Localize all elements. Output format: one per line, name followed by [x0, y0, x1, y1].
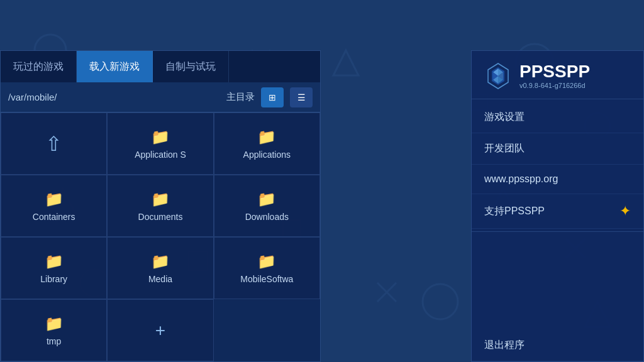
- menu-divider-bottom: [472, 231, 643, 232]
- tab-load[interactable]: 载入新游戏: [77, 51, 153, 82]
- up-arrow-icon: ⇧: [45, 132, 62, 156]
- tabs-bar: 玩过的游戏 载入新游戏 自制与试玩: [1, 51, 320, 82]
- folder-icon: 📁: [45, 253, 64, 270]
- folder-icon: 📁: [151, 190, 170, 208]
- menu-item-dev-team[interactable]: 开发团队: [472, 133, 643, 165]
- tab-recent[interactable]: 玩过的游戏: [1, 51, 77, 82]
- star-icon: ✦: [619, 203, 631, 219]
- folder-downloads[interactable]: 📁 Downloads: [214, 175, 320, 237]
- folder-label: Downloads: [245, 212, 289, 222]
- folder-mobile-software[interactable]: 📁 MobileSoftwa: [214, 237, 320, 299]
- ppsspp-header: PPSSPP v0.9.8-641-g716266d: [472, 51, 643, 96]
- folder-application-support[interactable]: 📁 Application S: [107, 112, 213, 175]
- folder-label: Documents: [138, 212, 183, 222]
- folder-containers[interactable]: 📁 Containers: [1, 175, 107, 237]
- folder-label: Library: [40, 274, 67, 284]
- folder-tmp[interactable]: 📁 tmp: [1, 299, 107, 361]
- folder-documents[interactable]: 📁 Documents: [107, 175, 213, 237]
- folder-library[interactable]: 📁 Library: [1, 237, 107, 299]
- ppsspp-version: v0.9.8-641-g716266d: [519, 82, 590, 89]
- menu-item-exit[interactable]: 退出程序: [472, 330, 643, 361]
- path-bar: /var/mobile/ 主目录 ⊞ ☰: [1, 82, 320, 112]
- add-icon: +: [155, 321, 165, 341]
- menu-item-label: 游戏设置: [484, 111, 525, 124]
- folder-icon: 📁: [45, 190, 64, 208]
- menu-item-support[interactable]: 支持PPSSPP ✦: [472, 194, 643, 229]
- folder-icon: 📁: [151, 253, 170, 270]
- ppsspp-menu-panel: PPSSPP v0.9.8-641-g716266d 游戏设置 开发团队 www…: [471, 50, 644, 362]
- grid-icon: ⊞: [269, 92, 276, 102]
- folder-label: Applications: [243, 150, 291, 160]
- tab-homebrew[interactable]: 自制与试玩: [153, 51, 229, 82]
- file-grid: ⇧ 📁 Application S 📁 Applications 📁 Conta…: [1, 112, 320, 361]
- menu-item-label: 支持PPSSPP: [484, 205, 545, 218]
- folder-icon: 📁: [257, 128, 276, 146]
- folder-label: Application S: [135, 150, 186, 160]
- grid-view-button[interactable]: ⊞: [261, 87, 284, 107]
- menu-divider-top: [472, 99, 643, 99]
- folder-label: Media: [148, 274, 172, 284]
- folder-applications[interactable]: 📁 Applications: [214, 112, 320, 175]
- navigate-up-cell[interactable]: ⇧: [1, 112, 107, 175]
- add-folder-cell[interactable]: +: [107, 299, 213, 361]
- folder-label: Containers: [33, 212, 75, 222]
- main-container: 玩过的游戏 载入新游戏 自制与试玩 /var/mobile/ 主目录 ⊞ ☰: [0, 50, 644, 362]
- menu-item-label: 退出程序: [484, 339, 525, 352]
- main-directory-label: 主目录: [226, 91, 255, 103]
- ppsspp-title: PPSSPP: [519, 63, 590, 80]
- folder-icon: 📁: [257, 253, 276, 270]
- folder-label: MobileSoftwa: [240, 274, 293, 284]
- ppsspp-logo-icon: [484, 62, 512, 90]
- menu-item-label: www.ppsspp.org: [484, 173, 558, 185]
- folder-media[interactable]: 📁 Media: [107, 237, 213, 299]
- list-view-button[interactable]: ☰: [290, 87, 313, 107]
- menu-item-website[interactable]: www.ppsspp.org: [472, 165, 643, 194]
- menu-item-game-settings[interactable]: 游戏设置: [472, 102, 643, 133]
- folder-icon: 📁: [45, 315, 64, 332]
- folder-label: tmp: [47, 336, 61, 346]
- ppsspp-title-area: PPSSPP v0.9.8-641-g716266d: [519, 63, 590, 89]
- list-icon: ☰: [297, 92, 306, 102]
- current-path: /var/mobile/: [8, 92, 220, 102]
- folder-icon: 📁: [257, 190, 276, 208]
- menu-item-label: 开发团队: [484, 142, 525, 155]
- folder-icon: 📁: [151, 128, 170, 146]
- file-browser-panel: 玩过的游戏 载入新游戏 自制与试玩 /var/mobile/ 主目录 ⊞ ☰: [0, 50, 321, 362]
